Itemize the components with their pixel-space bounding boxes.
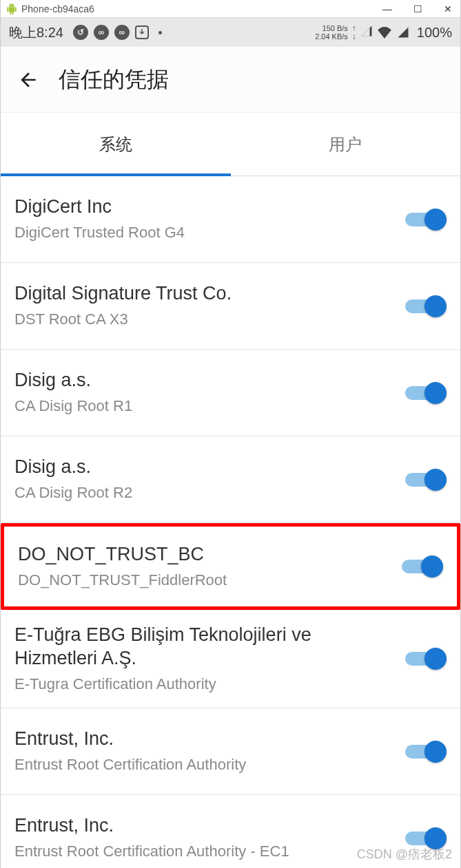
cert-name: Entrust, Inc. [14, 814, 394, 838]
status-notif-icon-3: ∞ [114, 25, 130, 40]
cert-row[interactable]: Entrust, Inc. Entrust Root Certification… [1, 795, 460, 868]
tab-system[interactable]: 系统 [1, 113, 231, 176]
status-notif-icon-1: ↺ [73, 25, 88, 40]
net-speed-up: 150 B/s [315, 24, 348, 32]
tab-user[interactable]: 用户 [231, 113, 461, 176]
cert-name: Disig a.s. [14, 369, 394, 392]
android-status-bar: 晚上8:24 ↺ ∞ ∞ 150 B/s 2.04 KB/s ↑↓ 100% [1, 18, 460, 47]
cert-row[interactable]: Digital Signature Trust Co. DST Root CA … [1, 263, 460, 350]
cert-text: Entrust, Inc. Entrust Root Certification… [14, 814, 394, 861]
action-bar: 信任的凭据 [1, 47, 460, 113]
tab-system-label: 系统 [99, 134, 132, 156]
cert-subtitle: DST Root CA X3 [14, 310, 394, 330]
cert-subtitle: CA Disig Root R1 [14, 396, 394, 416]
cert-toggle[interactable] [405, 294, 447, 319]
cert-toggle[interactable] [405, 826, 447, 851]
cert-text: DigiCert Inc DigiCert Trusted Root G4 [14, 195, 394, 242]
cert-toggle[interactable] [405, 646, 447, 671]
cert-toggle[interactable] [405, 467, 447, 492]
cert-subtitle: DO_NOT_TRUST_FiddlerRoot [18, 571, 391, 591]
minimize-button[interactable]: — [380, 3, 394, 14]
cert-text: Disig a.s. CA Disig Root R2 [14, 456, 394, 502]
cert-row[interactable]: DO_NOT_TRUST_BC DO_NOT_TRUST_FiddlerRoot [1, 523, 460, 610]
cert-name: E-Tuğra EBG Bilişim Teknolojileri ve Hiz… [14, 624, 394, 670]
status-notif-icon-2: ∞ [94, 25, 109, 40]
cert-name: DigiCert Inc [14, 195, 394, 219]
status-icons-left: ↺ ∞ ∞ [73, 25, 162, 40]
cert-name: Entrust, Inc. [14, 728, 394, 751]
certificate-list[interactable]: DigiCert Inc DigiCert Trusted Root G4 Di… [1, 176, 460, 868]
tabs: 系统 用户 [1, 113, 460, 176]
cert-text: Entrust, Inc. Entrust Root Certification… [14, 728, 394, 774]
cert-name: Digital Signature Trust Co. [14, 282, 394, 306]
emulator-titlebar: Phone-cb94aca6 — ☐ ✕ [1, 0, 460, 18]
cert-name: Disig a.s. [14, 456, 394, 479]
cert-text: DO_NOT_TRUST_BC DO_NOT_TRUST_FiddlerRoot [18, 543, 391, 590]
cert-text: E-Tuğra EBG Bilişim Teknolojileri ve Hiz… [14, 624, 394, 694]
status-icons-right: 150 B/s 2.04 KB/s ↑↓ 100% [315, 24, 452, 41]
cert-row[interactable]: E-Tuğra EBG Bilişim Teknolojileri ve Hiz… [1, 610, 460, 708]
cert-toggle[interactable] [402, 554, 443, 579]
cert-subtitle: CA Disig Root R2 [14, 483, 394, 503]
cert-row[interactable]: Disig a.s. CA Disig Root R1 [1, 350, 460, 436]
network-speed: 150 B/s 2.04 KB/s [315, 24, 348, 41]
tab-user-label: 用户 [329, 134, 362, 156]
battery-percentage: 100% [417, 25, 452, 41]
cert-subtitle: E-Tugra Certification Authority [14, 675, 394, 695]
net-arrows-icon: ↑↓ [352, 24, 356, 41]
cert-row[interactable]: Disig a.s. CA Disig Root R2 [1, 436, 460, 523]
cert-text: Digital Signature Trust Co. DST Root CA … [14, 282, 394, 329]
sim-signal-icon [360, 25, 373, 40]
cert-subtitle: DigiCert Trusted Root G4 [14, 223, 394, 243]
cert-toggle[interactable] [405, 739, 447, 764]
android-icon [6, 3, 17, 14]
cert-name: DO_NOT_TRUST_BC [18, 543, 391, 567]
status-time: 晚上8:24 [9, 23, 63, 42]
more-notifications-dot [158, 31, 162, 34]
cert-subtitle: Entrust Root Certification Authority - E… [14, 842, 394, 862]
cert-toggle[interactable] [405, 207, 447, 232]
cert-subtitle: Entrust Root Certification Authority [14, 755, 394, 775]
download-icon [135, 25, 149, 39]
close-button[interactable]: ✕ [441, 3, 455, 14]
back-button[interactable] [14, 66, 42, 94]
cert-text: Disig a.s. CA Disig Root R1 [14, 369, 394, 416]
wifi-icon [377, 26, 392, 39]
cell-signal-icon [396, 26, 410, 39]
maximize-button[interactable]: ☐ [411, 3, 424, 14]
window-controls: — ☐ ✕ [380, 3, 455, 14]
cert-toggle[interactable] [405, 381, 447, 405]
net-speed-down: 2.04 KB/s [315, 32, 348, 41]
cert-row[interactable]: DigiCert Inc DigiCert Trusted Root G4 [1, 176, 460, 263]
cert-row[interactable]: Entrust, Inc. Entrust Root Certification… [1, 708, 460, 795]
page-title: 信任的凭据 [59, 65, 169, 95]
window-title: Phone-cb94aca6 [21, 3, 380, 14]
